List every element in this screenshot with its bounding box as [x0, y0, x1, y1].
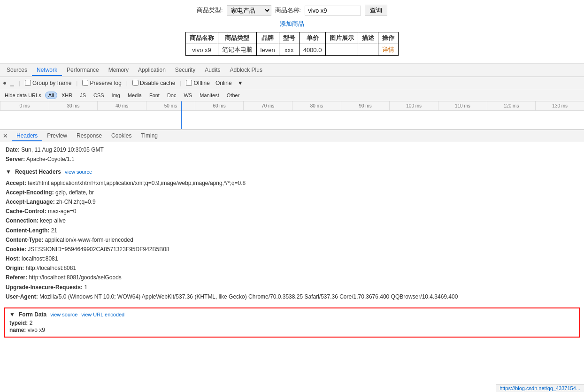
query-button[interactable]: 查询 [365, 5, 387, 16]
ruler-tick: 100 ms [389, 101, 438, 110]
separator-2: | [76, 80, 77, 86]
hide-data-urls-button[interactable]: Hide data URLs [3, 92, 43, 99]
group-by-frame-label[interactable]: Group by frame [25, 80, 71, 86]
search-row: 商品类型: 家电产品 笔记本电脑 商品名称: 查询 [0, 5, 584, 16]
table-cell: 笔记本电脑 [218, 44, 256, 56]
detail-tab-response[interactable]: Response [72, 131, 107, 141]
filter-btn-all[interactable]: All [45, 92, 57, 99]
filter-btn-img[interactable]: Img [108, 92, 123, 99]
timeline-marker [181, 101, 182, 129]
ruler-tick: 130 ms [535, 101, 584, 110]
product-name-input[interactable] [305, 6, 361, 15]
header-value: max-age=0 [48, 208, 76, 215]
devtools-tab-application[interactable]: Application [133, 65, 170, 76]
detail-tab-timing[interactable]: Timing [136, 131, 162, 141]
request-header-line: Cookie: JSESSIONID=9594649902CA8571323F9… [6, 245, 578, 254]
request-header-line: Content-Type: application/x-www-form-url… [6, 236, 578, 245]
preserve-log-checkbox[interactable] [82, 80, 88, 86]
filter-btn-media[interactable]: Media [124, 92, 145, 99]
table-row: vivo x9笔记本电脑levenxxx4000.0详情 [185, 44, 399, 56]
filter-bar: Hide data URLs AllXHRJSCSSImgMediaFontDo… [0, 89, 584, 101]
filter-btn-css[interactable]: CSS [90, 92, 108, 99]
table-header-cell: 商品类型 [218, 32, 256, 44]
add-product-link[interactable]: 添加商品 [280, 20, 304, 27]
clear-icon[interactable]: ⎯ [10, 79, 14, 86]
close-button[interactable]: ✕ [2, 131, 9, 140]
form-data-row: typeid: 2 [9, 320, 575, 326]
filter-btn-other[interactable]: Other [223, 92, 243, 99]
header-key: Origin: [6, 265, 24, 271]
request-header-line: Cache-Control: max-age=0 [6, 207, 578, 216]
top-area: 商品类型: 家电产品 笔记本电脑 商品名称: 查询 添加商品 商品名称商品类型品… [0, 0, 584, 64]
header-key: Upgrade-Insecure-Requests: [6, 284, 83, 291]
form-data-view-url-encoded[interactable]: view URL encoded [81, 312, 124, 317]
table-cell[interactable]: 详情 [378, 44, 399, 56]
devtools-tab-security[interactable]: Security [170, 65, 200, 76]
detail-tab-headers[interactable]: Headers [12, 131, 42, 141]
form-data-label: Form Data [19, 311, 46, 318]
devtools-tab-sources[interactable]: Sources [2, 65, 32, 76]
table-header-cell: 单价 [299, 32, 326, 44]
header-value: 1 [84, 284, 87, 291]
form-data-section: ▼ Form Data view source view URL encoded… [4, 307, 580, 338]
view-source-link[interactable]: view source [65, 168, 92, 177]
header-key: Accept-Encoding: [6, 189, 54, 196]
request-headers-list: Accept: text/html,application/xhtml+xml,… [6, 179, 578, 301]
ruler-tick: 120 ms [487, 101, 536, 110]
request-header-line: Accept-Encoding: gzip, deflate, br [6, 188, 578, 197]
category-select[interactable]: 家电产品 笔记本电脑 [227, 5, 271, 16]
header-key: Cookie: [6, 246, 26, 253]
separator-1: | [19, 80, 20, 86]
filter-btn-js[interactable]: JS [77, 92, 89, 99]
filter-btn-ws[interactable]: WS [180, 92, 195, 99]
group-by-frame-checkbox[interactable] [25, 80, 31, 86]
request-header-line: Origin: http://localhost:8081 [6, 264, 578, 273]
detail-tab-cookies[interactable]: Cookies [107, 131, 136, 141]
offline-checkbox[interactable] [186, 80, 192, 86]
table-cell: leven [256, 44, 279, 56]
header-key: User-Agent: [6, 293, 38, 300]
disable-cache-label[interactable]: Disable cache [132, 80, 175, 86]
request-header-line: Referer: http://localhost:8081/goods/sel… [6, 273, 578, 282]
header-value: keep-alive [40, 217, 66, 224]
form-data-view-source[interactable]: view source [50, 312, 77, 317]
header-value: Apache-Coyote/1.1 [26, 156, 75, 162]
ruler-tick: 30 ms [49, 101, 98, 110]
table-header: 商品名称商品类型品牌型号单价图片展示描述操作 [185, 32, 399, 44]
name-label: 商品名称: [275, 6, 301, 15]
devtools-tab-network[interactable]: Network [32, 65, 62, 76]
filter-btn-manifest[interactable]: Manifest [196, 92, 223, 99]
devtools-tab-audits[interactable]: Audits [200, 65, 225, 76]
header-value: application/x-www-form-urlencoded [45, 237, 133, 243]
online-dropdown[interactable]: Online [214, 79, 234, 87]
table-header-cell: 描述 [358, 32, 378, 44]
disable-cache-checkbox[interactable] [132, 80, 138, 86]
filter-btn-font[interactable]: Font [146, 92, 163, 99]
request-header-line: Connection: keep-alive [6, 216, 578, 225]
detail-tab-preview[interactable]: Preview [42, 131, 72, 141]
form-value: 2 [30, 320, 33, 326]
filter-btn-xhr[interactable]: XHR [58, 92, 76, 99]
header-key: Content-Length: [6, 227, 49, 234]
filter-buttons: AllXHRJSCSSImgMediaFontDocWSManifestOthe… [45, 92, 243, 99]
devtools-tab-performance[interactable]: Performance [62, 65, 104, 76]
request-header-line: Upgrade-Insecure-Requests: 1 [6, 283, 578, 292]
table-header-cell: 商品名称 [185, 32, 218, 44]
preserve-log-label[interactable]: Preserve log [82, 80, 121, 86]
offline-label[interactable]: Offline [186, 80, 209, 86]
record-icon[interactable]: ● [3, 79, 7, 86]
request-header-line: Accept: text/html,application/xhtml+xml,… [6, 179, 578, 188]
header-value: Mozilla/5.0 (Windows NT 10.0; WOW64) App… [39, 293, 458, 300]
ruler-tick: 70 ms [243, 101, 292, 110]
header-key: Referer: [6, 274, 27, 281]
filter-btn-doc[interactable]: Doc [164, 92, 180, 99]
header-key: Host: [6, 255, 20, 262]
timeline-ruler: 0 ms30 ms40 ms50 ms60 ms70 ms80 ms90 ms1… [0, 101, 584, 111]
product-table: 商品名称商品类型品牌型号单价图片展示描述操作 vivo x9笔记本电脑leven… [185, 32, 399, 56]
header-value: localhost:8081 [22, 255, 58, 262]
devtools-tab-adblock plus[interactable]: Adblock Plus [225, 65, 267, 76]
online-chevron-icon[interactable]: ▼ [238, 80, 243, 86]
request-headers-triangle: ▼ [6, 168, 11, 177]
form-data-triangle: ▼ [9, 311, 15, 318]
devtools-tab-memory[interactable]: Memory [104, 65, 133, 76]
